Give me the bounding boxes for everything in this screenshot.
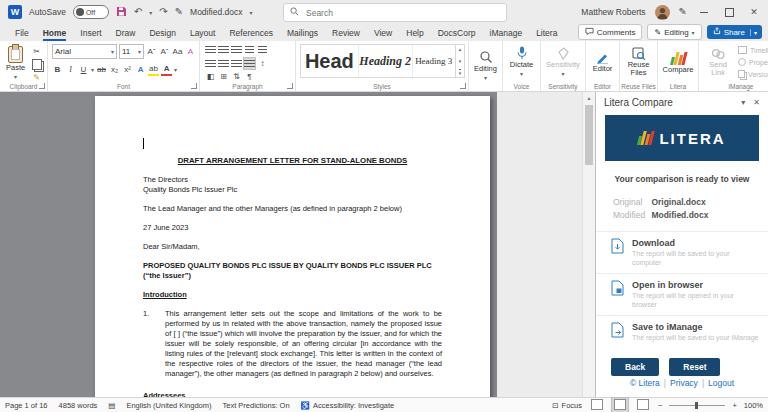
copy-button[interactable] [31,59,42,70]
privacy-link[interactable]: Privacy [670,378,698,388]
underline-button[interactable]: U [78,64,89,75]
subscript-button[interactable]: x₂ [109,64,120,75]
grow-font-button[interactable]: Aˆ [146,46,157,57]
autosave-toggle[interactable]: Off [73,5,109,19]
borders-button[interactable]: ⊞ [218,71,229,82]
undo-button[interactable]: ↶ [134,7,142,17]
align-right-button[interactable] [231,58,242,69]
clipboard-dialog-launcher[interactable] [39,83,45,89]
bullets-button[interactable] [205,44,216,55]
undo-chevron-icon[interactable]: ▾ [149,9,152,16]
font-name-select[interactable]: Arial ▾ [52,44,117,59]
bold-button[interactable]: B [52,64,63,75]
sort-button[interactable]: ⇅ [231,71,242,82]
ink-pen-icon[interactable]: ✎ [679,7,687,17]
tab-draw[interactable]: Draw [109,26,143,40]
font-size-select[interactable]: 11 ▾ [119,44,144,59]
tab-home[interactable]: Home [36,26,74,40]
search-box[interactable] [283,3,507,22]
styles-scroll-up-icon[interactable]: ▴ [459,46,462,52]
share-chevron-icon[interactable]: ▾ [750,29,760,36]
focus-button[interactable]: ⊡ Focus [552,401,582,410]
comments-button[interactable]: Comments [578,24,643,40]
save-to-imanage-action[interactable]: Save to iManage The report will be saved… [596,315,768,348]
download-action[interactable]: Download The report will be saved to you… [596,231,768,273]
back-button[interactable]: Back [611,358,659,376]
litera-copyright-link[interactable]: © Litera [630,378,660,388]
format-painter-button[interactable]: ✎ [31,72,42,83]
close-button[interactable]: ✕ [746,4,762,20]
decrease-indent-button[interactable] [244,44,255,55]
editing-button[interactable]: Editing ▾ [469,41,502,91]
styles-dialog-launcher[interactable] [460,83,466,89]
tab-docscorp[interactable]: DocsCorp [431,26,483,40]
search-input[interactable] [304,7,500,19]
scroll-up-icon[interactable]: ▴ [583,92,595,101]
web-layout-button[interactable] [635,398,651,412]
highlight-button[interactable]: ab [148,63,159,76]
tab-help[interactable]: Help [399,26,430,40]
style-heading1[interactable]: Head [301,45,359,77]
align-center-button[interactable] [218,58,229,69]
tab-insert[interactable]: Insert [73,26,108,40]
save-icon[interactable] [116,6,127,19]
tab-review[interactable]: Review [325,26,367,40]
maximize-button[interactable] [721,4,737,20]
change-case-button[interactable]: Aa [172,46,183,57]
line-spacing-button[interactable]: ↕ [257,58,268,69]
align-left-button[interactable] [205,58,216,69]
tab-layout[interactable]: Layout [183,26,223,40]
editing-mode-button[interactable]: ✎ Editing ▾ [647,24,701,40]
read-mode-button[interactable] [589,398,605,412]
shading-button[interactable]: ◧ [205,71,216,82]
font-color-button[interactable]: A [161,63,172,76]
page-indicator[interactable]: Page 1 of 16 [5,401,48,410]
proofing-icon[interactable]: ▤ [108,401,115,410]
superscript-button[interactable]: x² [122,64,133,75]
zoom-out-button[interactable]: − [658,401,662,410]
document-title-chevron-icon[interactable]: ▾ [250,9,253,16]
panel-close-icon[interactable]: ✕ [753,98,760,107]
styles-gallery-more-icon[interactable]: ▾ [459,69,462,76]
redo-button[interactable]: ↷ [159,7,167,17]
tab-view[interactable]: View [367,26,399,40]
increase-indent-button[interactable] [257,44,268,55]
zoom-slider-thumb[interactable] [695,402,698,409]
cut-button[interactable]: ✂ [31,46,42,57]
scrollbar-thumb[interactable] [585,105,593,165]
avatar[interactable] [655,5,670,20]
print-layout-button[interactable] [612,398,628,412]
style-heading3[interactable]: Heading 3 [413,45,455,77]
text-predictions-indicator[interactable]: Text Predictions: On [222,401,289,410]
touch-mode-icon[interactable]: ✎ [175,7,183,17]
tab-imanage[interactable]: iManage [483,26,530,40]
tab-litera[interactable]: Litera [529,26,564,40]
underline-chevron-icon[interactable]: ▾ [91,66,94,73]
numbering-button[interactable] [218,44,229,55]
zoom-level[interactable]: 100% [744,401,763,410]
zoom-slider[interactable] [669,405,725,406]
text-effects-button[interactable]: A [135,64,146,75]
tab-mailings[interactable]: Mailings [280,26,325,40]
minimize-button[interactable] [696,4,712,20]
zoom-in-button[interactable]: + [732,401,736,410]
word-count[interactable]: 4858 words [59,401,98,410]
vertical-scrollbar[interactable]: ▴ [582,92,595,397]
logout-link[interactable]: Logout [708,378,734,388]
italic-button[interactable]: I [65,64,76,75]
open-in-browser-action[interactable]: Open in browser The report will be opene… [596,273,768,315]
font-dialog-launcher[interactable] [191,83,197,89]
clear-formatting-button[interactable]: A [185,46,196,57]
font-color-chevron-icon[interactable]: ▾ [174,66,177,73]
styles-scroll-down-icon[interactable]: ▾ [459,58,462,64]
accessibility-status[interactable]: ♿ Accessibility: Investigate [301,401,395,410]
justify-button[interactable] [244,58,255,69]
panel-chevron-icon[interactable]: ▾ [741,98,745,107]
tab-references[interactable]: References [222,26,279,40]
document-page[interactable]: DRAFT ARRANGEMENT LETTER FOR STAND-ALONE… [95,96,490,397]
language-indicator[interactable]: English (United Kingdom) [126,401,211,410]
reset-button[interactable]: Reset [669,358,720,376]
style-heading2[interactable]: Heading 2 [359,45,413,77]
strikethrough-button[interactable]: ab [96,64,107,75]
paragraph-dialog-launcher[interactable] [287,83,293,89]
